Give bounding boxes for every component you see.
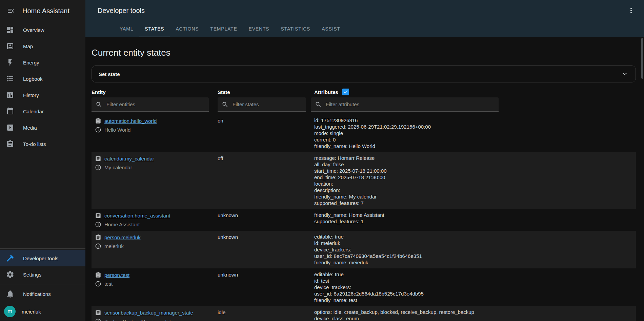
sidebar-item-overview[interactable]: Overview [0, 22, 85, 38]
attributes-visibility-checkbox[interactable] [342, 89, 349, 95]
entity-cell: conversation.home_assistant Home Assista… [92, 209, 214, 231]
filter-entities-input[interactable] [106, 101, 205, 107]
tab-template[interactable]: TEMPLATE [204, 21, 243, 37]
entity-table-body: automation.hello_world Hello World on id… [92, 114, 636, 321]
set-state-expansion-panel[interactable]: Set state [92, 65, 636, 82]
attributes-cell: message: Homarr Release all_day: false s… [311, 152, 499, 209]
sidebar-item-logbook[interactable]: Logbook [0, 71, 85, 87]
copy-entity-id-icon[interactable] [95, 118, 101, 124]
hammer-icon [6, 254, 14, 262]
devtools-tabs: YAML STATES ACTIONS TEMPLATE EVENTS STAT… [85, 21, 644, 37]
sidebar-item-label: To-do lists [23, 141, 46, 147]
entity-cell: automation.hello_world Hello World [92, 114, 214, 152]
sidebar-item-developer-tools[interactable]: Developer tools [0, 250, 85, 266]
table-row: sensor.backup_backup_manager_state Backu… [92, 306, 636, 321]
sidebar-item-energy[interactable]: Energy [0, 54, 85, 71]
info-icon[interactable] [95, 281, 101, 287]
table-filter-row [92, 97, 636, 112]
list-icon [6, 75, 14, 83]
sidebar-item-label: Developer tools [23, 256, 58, 261]
chevron-down-icon [621, 70, 629, 78]
app-title: Home Assistant [22, 7, 69, 15]
state-cell: unknown [214, 268, 311, 306]
overflow-menu-button[interactable] [626, 5, 637, 16]
set-state-label: Set state [99, 71, 120, 77]
entity-link[interactable]: automation.hello_world [104, 118, 157, 124]
attributes-cell: editable: true id: meierluk device_track… [311, 231, 499, 268]
column-header-state: State [214, 89, 311, 95]
info-icon[interactable] [95, 164, 101, 171]
sidebar-item-label: Logbook [23, 76, 43, 82]
info-icon[interactable] [95, 318, 101, 321]
entity-link[interactable]: calendar.my_calendar [104, 156, 154, 162]
entity-cell: sensor.backup_backup_manager_state Backu… [92, 306, 214, 321]
column-header-attributes: Attributes [311, 89, 499, 95]
tab-assist[interactable]: ASSIST [316, 21, 346, 37]
sidebar-item-calendar[interactable]: Calendar [0, 103, 85, 119]
sidebar-item-label: Energy [23, 60, 39, 65]
entity-link[interactable]: conversation.home_assistant [104, 213, 170, 219]
sidebar-item-label: Media [23, 125, 37, 131]
tab-states[interactable]: STATES [139, 21, 170, 37]
state-cell: idle [214, 306, 311, 321]
clipboard-list-icon [6, 140, 14, 148]
sidebar-item-label: Map [23, 43, 33, 49]
sidebar-item-settings[interactable]: Settings [0, 266, 85, 283]
table-row: calendar.my_calendar My calendar off mes… [92, 152, 636, 209]
tab-yaml[interactable]: YAML [114, 21, 139, 37]
tab-events[interactable]: EVENTS [243, 21, 275, 37]
info-icon[interactable] [95, 221, 101, 228]
entity-link[interactable]: person.test [104, 272, 129, 278]
play-box-icon [6, 124, 14, 132]
entity-friendly-name: Home Assistant [104, 222, 140, 227]
attributes-header-label: Attributes [314, 89, 338, 95]
sidebar-item-map[interactable]: Map [0, 38, 85, 54]
sidebar-item-notifications[interactable]: Notifications [0, 286, 85, 302]
sidebar-nav: Overview Map Energy Logbook History Cale… [0, 22, 85, 152]
scrollbar[interactable] [641, 38, 643, 79]
column-header-entity: Entity [92, 89, 214, 95]
sidebar-item-media[interactable]: Media [0, 119, 85, 136]
copy-entity-id-icon[interactable] [95, 234, 101, 241]
divider [0, 284, 85, 284]
sidebar-item-label: Settings [23, 272, 41, 278]
avatar: m [4, 306, 16, 317]
filter-attributes-input[interactable] [326, 101, 495, 107]
tab-actions[interactable]: ACTIONS [170, 21, 204, 37]
entity-link[interactable]: sensor.backup_backup_manager_state [104, 310, 193, 316]
sidebar-toggle-button[interactable] [5, 5, 16, 16]
user-name: meierluk [22, 309, 41, 315]
bell-icon [6, 290, 14, 298]
sidebar-item-todo-lists[interactable]: To-do lists [0, 136, 85, 152]
sidebar-item-history[interactable]: History [0, 87, 85, 103]
page-title: Current entity states [92, 48, 636, 58]
sidebar-spacer [0, 152, 85, 247]
lightning-icon [6, 58, 14, 67]
tab-statistics[interactable]: STATISTICS [275, 21, 316, 37]
sidebar-user-profile[interactable]: m meierluk [0, 302, 85, 321]
filter-entities-box [92, 97, 209, 112]
filter-states-input[interactable] [233, 101, 302, 107]
copy-entity-id-icon[interactable] [95, 272, 101, 278]
info-icon[interactable] [95, 243, 101, 249]
filter-states-box [218, 97, 306, 112]
copy-entity-id-icon[interactable] [95, 155, 101, 162]
copy-entity-id-icon[interactable] [95, 212, 101, 219]
search-icon [315, 101, 322, 108]
map-icon [6, 42, 14, 50]
topbar-title-row: Developer tools [85, 0, 644, 21]
entity-friendly-name: Backup Backup Manager state [104, 319, 174, 321]
entity-cell: calendar.my_calendar My calendar [92, 152, 214, 209]
entity-cell: person.test test [92, 268, 214, 306]
info-icon[interactable] [95, 127, 101, 133]
attributes-cell: id: 1751230926816 last_triggered: 2025-0… [311, 114, 499, 152]
copy-entity-id-icon[interactable] [95, 309, 101, 316]
table-row: conversation.home_assistant Home Assista… [92, 209, 636, 231]
topbar: Developer tools YAML STATES ACTIONS TEMP… [85, 0, 644, 37]
chart-icon [6, 91, 14, 99]
entity-friendly-name: My calendar [104, 165, 132, 170]
table-row: automation.hello_world Hello World on id… [92, 114, 636, 152]
entity-link[interactable]: person.meierluk [104, 234, 141, 240]
filter-attributes-box [311, 97, 499, 112]
dashboard-icon [6, 26, 14, 34]
